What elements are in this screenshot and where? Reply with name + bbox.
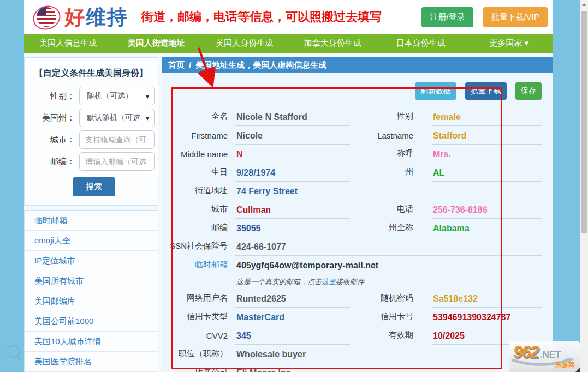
field-label: 城市 (170, 204, 235, 219)
field-value: Eli Moore Inc (235, 368, 542, 372)
email-note-row: 这是一个真实的邮箱，点击这里接收邮件 (170, 274, 542, 289)
page-title: 美国地址生成，美国人虚构信息生成 (195, 60, 326, 70)
note-prefix: 这是一个真实的邮箱，点击 (236, 278, 322, 286)
gender-selected-value: 随机（可选） (87, 91, 133, 101)
batch-download-button[interactable]: 批量下载 (465, 82, 507, 100)
register-login-button[interactable]: 注册/登录 (421, 7, 473, 27)
field-label: 全名 (170, 111, 235, 126)
field-value: 345 (235, 331, 350, 345)
data-row: 邮编35055州全称Alabama (170, 219, 542, 237)
field-label: Firstname (170, 131, 235, 145)
sidebar: 【自定义条件生成美国身份】 性别：随机（可选）美国州：默认随机（可选城市：邮编：… (24, 57, 158, 372)
sidebar-link-4[interactable]: 美国邮编库 (25, 291, 158, 311)
watermark-site-name: 乐游网 (555, 361, 575, 370)
sidebar-link-3[interactable]: 美国所有城市 (25, 271, 158, 291)
city-input[interactable] (79, 130, 155, 149)
chevron-down-icon (144, 92, 149, 100)
field-value: Sa518e132 (432, 294, 542, 308)
field-value: Cullman (235, 205, 350, 219)
scroll-up-button[interactable] (580, 0, 588, 9)
field-label[interactable]: 临时邮箱 (170, 260, 235, 274)
breadcrumb-home-link[interactable]: 首页 (168, 60, 185, 70)
field-label: 有效期 (350, 330, 421, 345)
field-value: Nicole (235, 131, 350, 145)
data-row: 全名Nicole N Stafford性别female (170, 107, 542, 126)
search-icon (7, 345, 20, 358)
field-value: female (432, 112, 542, 126)
chevron-down-icon (144, 113, 149, 122)
nav-item-0[interactable]: 美国人信息生成 (24, 34, 112, 53)
scrollbar-thumb[interactable] (581, 11, 587, 233)
header-buttons: 注册/登录 批量下载/VIP (421, 7, 548, 27)
sidebar-link-6[interactable]: 美国10大城市详情 (25, 332, 158, 352)
search-button[interactable]: 搜索 (73, 177, 115, 196)
sidebar-link-2[interactable]: IP定位城市 (25, 251, 158, 271)
nav-item-4[interactable]: 日本身份生成 (377, 34, 465, 53)
zip-label: 邮编： (25, 157, 79, 167)
gender-select[interactable]: 随机（可选） (79, 87, 155, 105)
state-label: 美国州： (25, 113, 79, 123)
nav-item-3[interactable]: 加拿大身份生成 (289, 34, 377, 53)
field-value: MasterCard (235, 313, 350, 326)
nav-item-5[interactable]: 更多国家 ▾ (465, 34, 554, 53)
breadcrumb-separator: / (189, 61, 191, 70)
field-label: 州全称 (350, 223, 421, 237)
sidebar-links: 临时邮箱emoji大全IP定位城市美国所有城市美国邮编库美国公司前1000美国1… (24, 210, 158, 372)
field-value: Mrs. (432, 149, 542, 163)
field-value: Stafford (432, 131, 542, 145)
field-label: 随机密码 (350, 293, 421, 308)
field-label: 州 (350, 167, 421, 182)
field-value: 405ygfq64ow@temporary-mail.net (235, 261, 542, 274)
data-row: SSN社会保险号424-66-1077 (170, 237, 542, 256)
data-row: 网络用户名Runted2625随机密码Sa518e132 (170, 289, 542, 308)
form-row-zip: 邮编： (25, 152, 158, 171)
field-label: 所属公司 (170, 367, 235, 372)
data-row: CVV2345有效期10/2025 (170, 326, 542, 345)
field-label: Middle name (170, 149, 235, 163)
nav-item-1[interactable]: 美国人街道地址 (112, 34, 201, 53)
sidebar-link-5[interactable]: 美国公司前1000 (25, 311, 158, 332)
scrollbar[interactable] (580, 0, 588, 372)
form-rows: 性别：随机（可选）美国州：默认随机（可选城市：邮编： (25, 87, 158, 171)
state-selected-value: 默认随机（可选 (87, 113, 140, 123)
state-select[interactable]: 默认随机（可选 (79, 109, 155, 127)
main-nav: 美国人信息生成美国人街道地址英国人身份生成加拿大身份生成日本身份生成更多国家 ▾ (24, 34, 553, 53)
content-area: 【自定义条件生成美国身份】 性别：随机（可选）美国州：默认随机（可选城市：邮编：… (24, 53, 553, 372)
receive-mail-link[interactable]: 这里 (322, 278, 336, 286)
result-toolbar: 刷新数据 批量下载 保存 (170, 82, 542, 100)
data-row: 临时邮箱405ygfq64ow@temporary-mail.net (170, 256, 542, 274)
sidebar-link-1[interactable]: emoji大全 (25, 231, 158, 251)
data-row: 生日9/28/1974州AL (170, 163, 542, 182)
field-label: CVV2 (170, 331, 235, 345)
watermark-tld: .NET (540, 350, 561, 361)
form-row-state: 美国州：默认随机（可选 (25, 109, 158, 127)
city-label: 城市： (25, 135, 79, 145)
data-row: 职位（职称）Wholesale buyer (170, 345, 542, 363)
data-row: FirstnameNicoleLastnameStafford (170, 126, 542, 145)
field-label: 街道地址 (170, 185, 235, 200)
site-logo[interactable]: 好维持 (32, 4, 128, 30)
save-button[interactable]: 保存 (515, 82, 542, 100)
962net-watermark: 962 .NET 乐游网 (509, 341, 580, 372)
batch-download-vip-button[interactable]: 批量下载/VIP (483, 7, 548, 27)
sidebar-link-0[interactable]: 临时邮箱 (25, 211, 158, 231)
field-label: 生日 (170, 167, 235, 182)
field-value: 424-66-1077 (235, 242, 542, 256)
us-flag-icon (32, 4, 61, 30)
main-panel: 首页 / 美国地址生成，美国人虚构信息生成 刷新数据 批量下载 保存 全名Nic… (162, 57, 553, 372)
field-label: 邮编 (170, 223, 235, 237)
field-value: 256-736-8186 (432, 205, 542, 219)
data-row: 城市Cullman电话256-736-8186 (170, 200, 542, 219)
page: 好维持 街道，邮编，电话等信息，可以照搬过去填写 注册/登录 批量下载/VIP … (24, 0, 553, 372)
watermark-corner-decoration (575, 368, 580, 372)
zip-input[interactable] (79, 152, 155, 171)
breadcrumb: 首页 / 美国地址生成，美国人虚构信息生成 (162, 57, 553, 73)
data-row: 所属公司Eli Moore Inc (170, 363, 542, 372)
note-spacer (170, 274, 235, 289)
brand-name: 好维持 (64, 7, 128, 27)
data-row: Middle nameN称呼Mrs. (170, 145, 542, 163)
nav-item-2[interactable]: 英国人身份生成 (200, 34, 289, 53)
sidebar-link-7[interactable]: 美国医学院排名 (25, 352, 158, 372)
custom-identity-form: 【自定义条件生成美国身份】 性别：随机（可选）美国州：默认随机（可选城市：邮编：… (24, 57, 158, 206)
refresh-data-button[interactable]: 刷新数据 (415, 82, 456, 100)
